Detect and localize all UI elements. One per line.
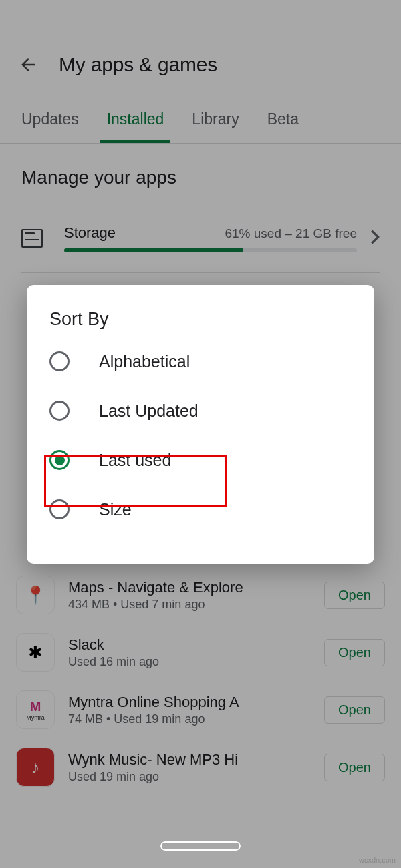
radio-icon-selected [49,450,70,470]
radio-icon [49,351,70,371]
radio-icon [49,499,70,519]
dialog-title: Sort By [27,309,374,337]
watermark: wsxdn.com [359,856,396,864]
radio-icon [49,401,70,421]
sort-option-last-used[interactable]: Last used [27,435,374,485]
nav-pill-over[interactable] [160,841,241,851]
sort-option-size[interactable]: Size [27,485,374,534]
sort-dialog: Sort By Alphabetical Last Updated Last u… [27,285,374,564]
sort-option-alphabetical[interactable]: Alphabetical [27,337,374,386]
sort-option-last-updated[interactable]: Last Updated [27,386,374,435]
